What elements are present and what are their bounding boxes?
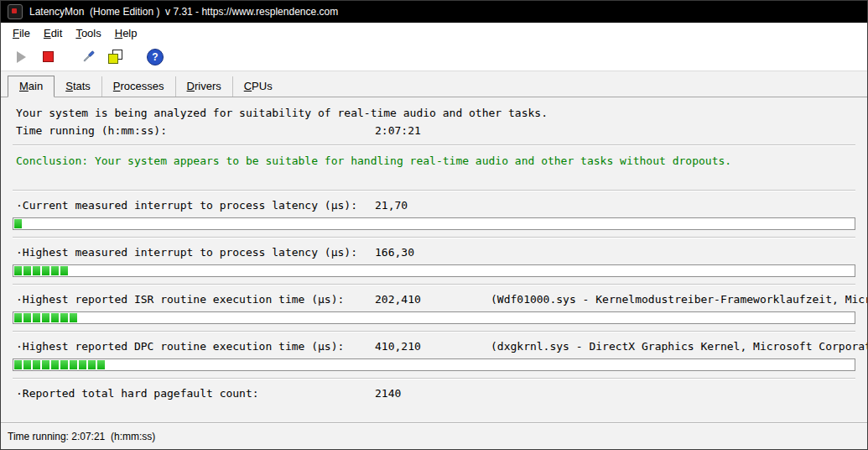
metric-value: 202,410 — [375, 291, 491, 308]
tab-stats[interactable]: Stats — [55, 76, 101, 97]
bar-segment — [14, 360, 22, 369]
metric-pagefault-count: ·Reported total hard pagefault count:214… — [13, 385, 855, 402]
metric-dpc-time: ·Highest reported DPC routine execution … — [13, 338, 855, 379]
start-monitor-button[interactable] — [9, 46, 33, 68]
menu-edit[interactable]: Edit — [37, 25, 69, 41]
bar-segment — [97, 360, 105, 369]
divider — [13, 190, 855, 191]
menu-file-label: ile — [19, 27, 30, 39]
time-running-value: 2:07:21 — [375, 122, 491, 139]
bar-segment — [33, 313, 40, 322]
metric-label: ·Reported total hard pagefault count: — [16, 385, 375, 402]
bar-segment — [33, 266, 40, 275]
metric-value: 2140 — [375, 385, 491, 402]
main-report-panel: Your system is being analyzed for suitab… — [1, 97, 867, 422]
divider — [13, 331, 855, 332]
bar-segment — [51, 266, 59, 275]
time-running-row: Time running (h:mm:ss):2:07:21 — [13, 122, 855, 139]
tab-cpus-label: PUs — [252, 80, 273, 92]
stop-icon — [43, 51, 54, 62]
divider — [13, 144, 855, 145]
time-running-label: Time running (h:mm:ss): — [16, 122, 375, 139]
help-icon: ? — [147, 49, 164, 65]
tab-drivers-accel: D — [187, 80, 195, 92]
tab-processes[interactable]: Processes — [101, 76, 175, 97]
metric-label: ·Highest reported DPC routine execution … — [16, 338, 375, 355]
bar-segment — [33, 360, 40, 369]
bar-segment — [23, 266, 31, 275]
metric-current-latency: ·Current measured interrupt to process l… — [13, 197, 855, 238]
copy-front-page — [108, 54, 118, 64]
metric-row: ·Reported total hard pagefault count:214… — [13, 385, 855, 402]
status-bar: Time running: 2:07:21 (h:mm:ss) — [1, 422, 867, 449]
metric-extra: (dxgkrnl.sys - DirectX Graphics Kernel, … — [491, 338, 867, 355]
tab-processes-accel: P — [113, 80, 121, 92]
menu-help-label: elp — [122, 27, 137, 39]
metric-label: ·Current measured interrupt to process l… — [16, 197, 375, 214]
metric-isr-time: ·Highest reported ISR routine execution … — [13, 291, 855, 332]
bar-segment — [42, 360, 49, 369]
toolbar: ? — [1, 43, 867, 71]
latency-bar — [13, 358, 855, 371]
help-button[interactable]: ? — [143, 46, 167, 68]
menu-help-accel: H — [115, 27, 122, 39]
bar-segment — [23, 360, 31, 369]
metric-value: 410,210 — [375, 338, 491, 355]
play-icon — [17, 51, 26, 63]
metric-row: ·Highest reported DPC routine execution … — [13, 338, 855, 355]
tab-cpus[interactable]: CPUs — [232, 76, 283, 97]
metric-value: 21,70 — [375, 197, 491, 214]
metric-row: ·Current measured interrupt to process l… — [13, 197, 855, 214]
conclusion-text: Conclusion: Your system appears to be su… — [13, 152, 855, 170]
tab-strip: Main Stats Processes Drivers CPUs — [1, 71, 867, 97]
tab-main[interactable]: Main — [8, 76, 55, 97]
analysis-line: Your system is being analyzed for suitab… — [13, 104, 855, 122]
bar-segment — [79, 360, 86, 369]
latency-bar — [13, 264, 855, 277]
metric-row: ·Highest measured interrupt to process l… — [13, 244, 855, 261]
tab-stats-label: tats — [73, 80, 91, 92]
metric-extra: (Wdf01000.sys - Kernelmodustreiber-Frame… — [491, 291, 867, 308]
bar-segment — [70, 313, 77, 322]
tab-main-accel: M — [19, 80, 29, 92]
bar-segment — [23, 313, 31, 322]
copy-report-icon — [108, 50, 122, 64]
metric-highest-latency: ·Highest measured interrupt to process l… — [13, 244, 855, 285]
bar-segment — [51, 360, 59, 369]
menu-file[interactable]: File — [6, 25, 37, 41]
menu-edit-label: dit — [51, 27, 63, 39]
status-time-running: Time running: 2:07:21 (h:mm:ss) — [8, 431, 155, 442]
tab-processes-label: rocesses — [121, 80, 164, 92]
bar-segment — [88, 360, 96, 369]
tools-button[interactable] — [76, 46, 100, 68]
app-icon[interactable] — [8, 4, 23, 19]
latencymon-window: LatencyMon (Home Edition ) v 7.31 - http… — [0, 0, 868, 450]
bar-segment — [70, 360, 77, 369]
latency-bar — [13, 217, 855, 230]
bar-segment — [14, 313, 22, 322]
metric-row: ·Highest reported ISR routine execution … — [13, 291, 855, 308]
divider — [13, 284, 855, 285]
metric-label: ·Highest reported ISR routine execution … — [16, 291, 375, 308]
copy-report-button[interactable] — [103, 46, 127, 68]
tab-drivers-label: rivers — [195, 80, 221, 92]
metric-label: ·Highest measured interrupt to process l… — [16, 244, 375, 261]
metric-value: 166,30 — [375, 244, 491, 261]
tab-main-label: ain — [29, 80, 43, 92]
bar-segment — [42, 266, 49, 275]
menu-bar: File Edit Tools Help — [1, 23, 867, 43]
tab-cpus-accel: C — [244, 80, 252, 92]
bar-segment — [60, 360, 68, 369]
tab-drivers[interactable]: Drivers — [175, 76, 232, 97]
bar-segment — [14, 266, 22, 275]
bar-segment — [14, 219, 22, 228]
window-title: LatencyMon (Home Edition ) v 7.31 - http… — [29, 6, 338, 18]
menu-help[interactable]: Help — [108, 25, 144, 41]
divider — [13, 237, 855, 238]
menu-tools[interactable]: Tools — [69, 25, 107, 41]
tab-stats-accel: S — [65, 80, 73, 92]
menu-file-accel: F — [13, 27, 19, 39]
bar-segment — [60, 313, 68, 322]
divider — [13, 378, 855, 379]
stop-monitor-button[interactable] — [36, 46, 60, 68]
